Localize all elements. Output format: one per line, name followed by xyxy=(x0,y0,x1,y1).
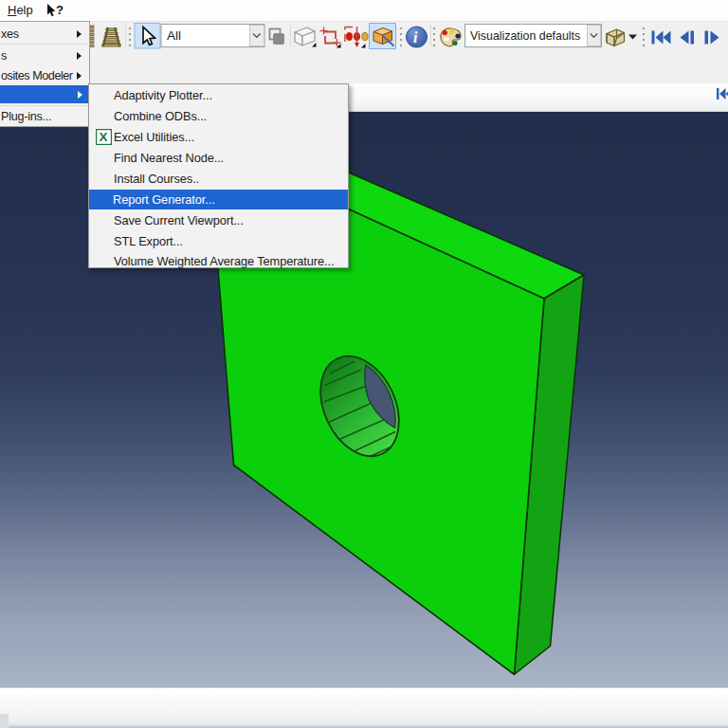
svg-text:X: X xyxy=(100,130,108,144)
svg-text:?: ? xyxy=(56,3,64,17)
svg-text:Visualization defaults: Visualization defaults xyxy=(470,29,580,43)
svg-text:i: i xyxy=(413,29,418,46)
svg-text:All: All xyxy=(167,28,181,43)
